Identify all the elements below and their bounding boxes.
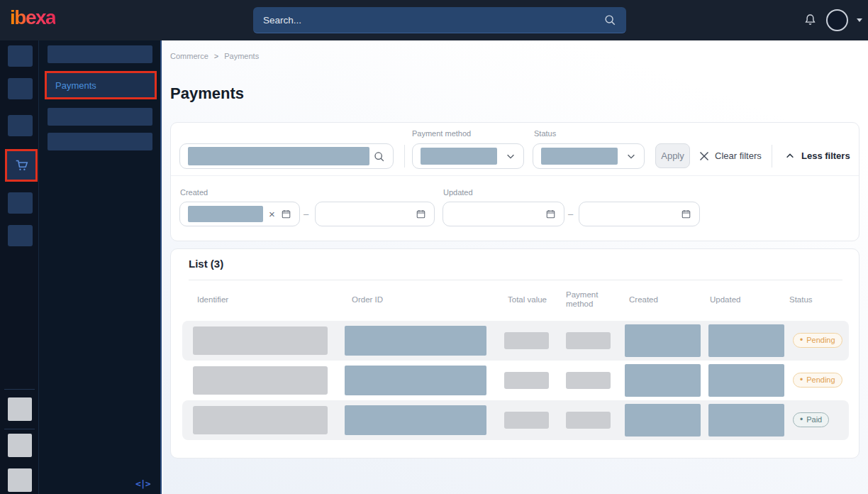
redacted-identifier <box>193 366 328 395</box>
user-menu-caret-icon[interactable] <box>857 18 862 22</box>
redacted-payment-method <box>566 372 611 389</box>
status-badge: • Pending <box>793 373 842 388</box>
column-header-payment-method: Payment method <box>566 290 606 309</box>
status-badge-label: Pending <box>806 375 835 384</box>
user-avatar[interactable] <box>826 9 848 31</box>
collapse-sidebar-icon[interactable]: <|> <box>135 478 150 489</box>
payment-row-2[interactable]: • Pending <box>182 361 849 400</box>
status-dot-icon: • <box>800 375 803 384</box>
payment-method-select[interactable] <box>412 143 524 169</box>
list-title: List (3) <box>189 258 223 270</box>
nav-rail-bottom-item-2[interactable] <box>8 434 32 457</box>
rail-divider <box>4 389 35 390</box>
main-content: Commerce > Payments Payments Payment met… <box>163 40 868 494</box>
ibexa-logo[interactable]: ibexa <box>10 6 55 29</box>
chevron-up-icon <box>785 151 795 161</box>
nav-rail-item-1[interactable] <box>8 45 33 67</box>
status-select[interactable] <box>533 143 645 169</box>
redacted-select-value <box>541 148 618 165</box>
redacted-total-value <box>504 412 549 429</box>
nav-rail-item-3[interactable] <box>8 115 33 136</box>
less-filters-label: Less filters <box>801 150 850 161</box>
redacted-search-value <box>188 147 369 165</box>
nav-rail-item-commerce[interactable] <box>5 149 38 182</box>
status-dot-icon: • <box>800 336 803 344</box>
redacted-order-id <box>345 326 486 356</box>
created-label: Created <box>180 188 208 197</box>
payments-list-panel: List (3) Identifier Order ID Total value… <box>170 248 859 459</box>
payment-row-3[interactable]: • Paid <box>182 400 849 440</box>
redacted-updated-date <box>708 404 784 437</box>
page-title: Payments <box>170 84 244 103</box>
nav-rail-item-2[interactable] <box>8 78 33 99</box>
main-nav-rail <box>0 40 39 494</box>
submenu-item-payments-label: Payments <box>55 80 96 91</box>
nav-rail-item-6[interactable] <box>8 225 33 246</box>
apply-button[interactable]: Apply <box>655 143 690 168</box>
filters-panel: Payment method Status Apply <box>170 122 859 241</box>
nav-rail-bottom-item-3[interactable] <box>8 468 32 492</box>
status-badge-label: Paid <box>806 415 822 424</box>
notifications-bell-icon[interactable] <box>803 13 818 28</box>
app-window: ibexa <box>0 0 868 494</box>
topbar: ibexa <box>0 0 868 40</box>
filter-section-divider <box>171 175 859 176</box>
clear-date-icon[interactable]: × <box>269 209 275 219</box>
clear-filters-button[interactable]: Clear filters <box>699 143 762 168</box>
calendar-icon[interactable] <box>281 209 291 219</box>
chevron-down-icon <box>506 151 516 161</box>
filter-divider <box>772 145 772 168</box>
commerce-submenu: Payments <|> <box>39 40 162 494</box>
redacted-identifier <box>193 406 328 434</box>
submenu-item-payments[interactable]: Payments <box>45 71 157 99</box>
breadcrumb-separator: > <box>214 52 218 60</box>
calendar-icon[interactable] <box>681 209 691 219</box>
updated-label: Updated <box>443 188 473 197</box>
breadcrumb-current: Payments <box>224 52 259 60</box>
redacted-total-value <box>504 332 549 349</box>
calendar-icon[interactable] <box>545 209 556 219</box>
created-from-date-input[interactable]: × <box>179 202 300 226</box>
nav-rail-item-5[interactable] <box>8 192 33 214</box>
less-filters-toggle[interactable]: Less filters <box>785 143 850 168</box>
status-badge-label: Pending <box>806 336 835 344</box>
redacted-payment-method <box>566 412 611 429</box>
updated-to-date-input[interactable] <box>579 202 700 226</box>
redacted-date-value <box>188 206 263 222</box>
submenu-item-4[interactable] <box>48 133 152 150</box>
chevron-down-icon <box>626 151 636 161</box>
filter-divider <box>404 145 405 168</box>
breadcrumb-commerce[interactable]: Commerce <box>170 52 208 60</box>
redacted-updated-date <box>708 364 784 397</box>
rail-divider <box>4 429 35 429</box>
column-header-total-value: Total value <box>508 295 547 304</box>
column-header-created: Created <box>629 295 658 304</box>
updated-from-date-input[interactable] <box>443 202 564 226</box>
topbar-actions <box>803 0 862 40</box>
date-range-dash: – <box>568 202 573 226</box>
status-badge: • Paid <box>793 412 829 427</box>
list-divider <box>189 280 842 280</box>
column-header-status: Status <box>789 295 813 304</box>
payment-method-label: Payment method <box>412 129 471 138</box>
redacted-payment-method <box>566 332 611 349</box>
close-icon <box>699 151 709 161</box>
global-search[interactable] <box>253 7 626 33</box>
payment-row-1[interactable]: • Pending <box>182 321 849 361</box>
breadcrumb: Commerce > Payments <box>170 52 259 60</box>
submenu-item-3[interactable] <box>48 108 152 126</box>
created-to-date-input[interactable] <box>315 202 435 226</box>
redacted-created-date <box>625 324 701 357</box>
filter-search-input[interactable] <box>179 143 394 169</box>
redacted-order-id <box>345 405 486 435</box>
redacted-total-value <box>504 372 549 389</box>
clear-filters-label: Clear filters <box>715 150 762 161</box>
calendar-icon[interactable] <box>416 209 426 219</box>
status-dot-icon: • <box>800 415 803 424</box>
column-header-identifier: Identifier <box>197 295 228 304</box>
global-search-input[interactable] <box>263 15 603 26</box>
submenu-item-1[interactable] <box>48 45 152 63</box>
redacted-identifier <box>193 326 328 355</box>
nav-rail-bottom-item-1[interactable] <box>8 397 32 421</box>
cart-icon <box>13 158 29 173</box>
